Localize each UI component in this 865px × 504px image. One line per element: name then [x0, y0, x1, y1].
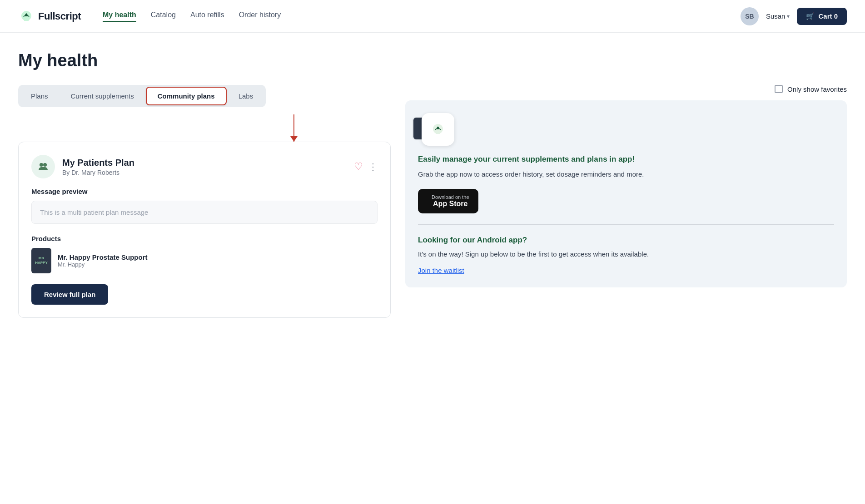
- plan-info: My Patients Plan By Dr. Mary Roberts: [62, 158, 134, 176]
- svg-point-0: [40, 163, 43, 167]
- product-image: MRHAPPY: [31, 248, 51, 273]
- logo-text: Fullscript: [38, 10, 81, 22]
- divider: [418, 224, 834, 225]
- page-title: My health: [18, 51, 847, 70]
- android-text: It's on the way! Sign up below to be the…: [418, 249, 834, 260]
- logo[interactable]: Fullscript: [18, 8, 81, 25]
- plan-actions: ♡ ⋮: [354, 161, 378, 173]
- join-waitlist-link[interactable]: Join the waitlist: [418, 267, 464, 274]
- app-store-large-text: App Store: [432, 200, 469, 208]
- tabs-bar: Plans Current supplements Community plan…: [18, 85, 266, 107]
- plan-header-left: My Patients Plan By Dr. Mary Roberts: [31, 155, 134, 178]
- main-content: My health Plans Current supplements Comm…: [0, 33, 865, 336]
- red-arrow-icon: [293, 114, 294, 142]
- app-store-small-text: Download on the: [432, 194, 469, 200]
- nav-my-health[interactable]: My health: [103, 11, 136, 22]
- message-preview-text: This is a multi patient plan message: [31, 201, 378, 224]
- only-show-favorites-toggle[interactable]: Only show favorites: [775, 85, 847, 93]
- app-store-icon: [422, 113, 454, 146]
- favorite-button[interactable]: ♡: [354, 161, 363, 173]
- tab-plans[interactable]: Plans: [20, 87, 59, 105]
- nav-links: My health Catalog Auto refills Order his…: [103, 11, 741, 22]
- favorites-checkbox[interactable]: [775, 85, 783, 93]
- content-layout: Plans Current supplements Community plan…: [18, 85, 847, 318]
- favorites-label: Only show favorites: [787, 85, 847, 93]
- cart-icon: 🛒: [806, 12, 815, 20]
- plan-title: My Patients Plan: [62, 158, 134, 168]
- avatar: SB: [741, 7, 759, 25]
- navbar: Fullscript My health Catalog Auto refill…: [0, 0, 865, 33]
- plan-card: My Patients Plan By Dr. Mary Roberts ♡ ⋮…: [18, 142, 391, 318]
- tab-current-supplements[interactable]: Current supplements: [60, 87, 145, 105]
- plan-subtitle: By Dr. Mary Roberts: [62, 169, 134, 176]
- chevron-down-icon: ▾: [787, 13, 790, 20]
- nav-order-history[interactable]: Order history: [239, 11, 281, 22]
- more-options-button[interactable]: ⋮: [368, 161, 378, 172]
- review-full-plan-button[interactable]: Review full plan: [31, 284, 108, 305]
- nav-catalog[interactable]: Catalog: [151, 11, 176, 22]
- plan-icon: [31, 155, 55, 178]
- right-column: Only show favorites MRHY: [405, 85, 847, 287]
- products-section: Products MRHAPPY Mr. Happy Prostate Supp…: [31, 235, 378, 273]
- app-store-text: Download on the App Store: [432, 194, 469, 208]
- nav-auto-refills[interactable]: Auto refills: [190, 11, 224, 22]
- app-promo-heading: Easily manage your current supplements a…: [418, 155, 834, 164]
- message-preview-label: Message preview: [31, 188, 378, 195]
- cart-button[interactable]: 🛒 Cart 0: [797, 8, 847, 25]
- tab-labs[interactable]: Labs: [228, 87, 264, 105]
- svg-point-1: [43, 163, 47, 167]
- app-promo-card: MRHY Easily manage your current suppleme…: [405, 100, 847, 287]
- right-header: Only show favorites: [405, 85, 847, 93]
- arrow-annotation: [197, 114, 391, 142]
- navbar-right: SB Susan ▾ 🛒 Cart 0: [741, 7, 847, 25]
- plan-card-header: My Patients Plan By Dr. Mary Roberts ♡ ⋮: [31, 155, 378, 178]
- app-promo-text: Grab the app now to access order history…: [418, 169, 834, 180]
- user-name-button[interactable]: Susan ▾: [766, 12, 790, 20]
- left-column: Plans Current supplements Community plan…: [18, 85, 391, 318]
- products-label: Products: [31, 235, 378, 242]
- tab-community-plans[interactable]: Community plans: [146, 87, 227, 105]
- product-info: Mr. Happy Prostate Support Mr. Happy: [58, 253, 148, 268]
- app-store-button[interactable]: Download on the App Store: [418, 189, 478, 213]
- product-item: MRHAPPY Mr. Happy Prostate Support Mr. H…: [31, 248, 378, 273]
- product-name: Mr. Happy Prostate Support: [58, 253, 148, 261]
- product-brand: Mr. Happy: [58, 261, 148, 268]
- app-icon-group: MRHY: [418, 113, 834, 146]
- android-heading: Looking for our Android app?: [418, 236, 834, 245]
